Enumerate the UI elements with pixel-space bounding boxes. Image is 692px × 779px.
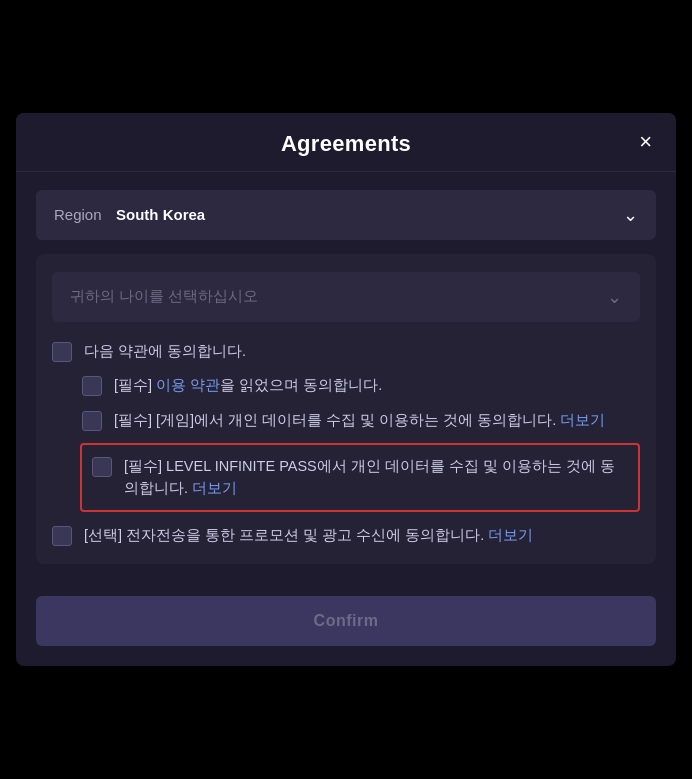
checkbox-group: 다음 약관에 동의합니다. [필수] 이용 약관을 읽었으며 동의합니다. [ — [52, 340, 640, 547]
item1-prefix: [필수] — [114, 377, 156, 393]
modal-title: Agreements — [281, 131, 411, 157]
item2-link[interactable]: 더보기 — [560, 412, 605, 428]
item1-checkbox[interactable] — [82, 376, 102, 396]
region-row: Region South Korea — [54, 206, 205, 224]
modal-footer: Confirm — [16, 582, 676, 666]
region-dropdown[interactable]: Region South Korea ⌄ — [36, 190, 656, 240]
item1-row: [필수] 이용 약관을 읽었으며 동의합니다. — [52, 374, 640, 396]
item1-link[interactable]: 이용 약관 — [156, 377, 220, 393]
close-button[interactable]: × — [633, 129, 658, 155]
agreements-modal: Agreements × Region South Korea ⌄ 귀하의 나이… — [16, 113, 676, 667]
age-placeholder: 귀하의 나이를 선택하십시오 — [70, 287, 258, 306]
item4-checkbox[interactable] — [52, 526, 72, 546]
region-value: South Korea — [116, 206, 205, 223]
modal-overlay: Agreements × Region South Korea ⌄ 귀하의 나이… — [0, 0, 692, 779]
item3-row-highlighted: [필수] LEVEL INFINITE PASS에서 개인 데이터를 수집 및 … — [80, 443, 640, 512]
main-agree-row: 다음 약관에 동의합니다. — [52, 340, 640, 362]
age-dropdown[interactable]: 귀하의 나이를 선택하십시오 ⌄ — [52, 272, 640, 322]
inner-panel: 귀하의 나이를 선택하십시오 ⌄ 다음 약관에 동의합니다. [필수] 이용 약 — [36, 254, 656, 565]
item3-link[interactable]: 더보기 — [192, 480, 237, 496]
item3-checkbox[interactable] — [92, 457, 112, 477]
item1-suffix: 을 읽었으며 동의합니다. — [220, 377, 382, 393]
confirm-button[interactable]: Confirm — [36, 596, 656, 646]
item2-label: [필수] [게임]에서 개인 데이터를 수집 및 이용하는 것에 동의합니다. … — [114, 409, 605, 431]
modal-body: Region South Korea ⌄ 귀하의 나이를 선택하십시오 ⌄ — [16, 172, 676, 583]
item2-checkbox[interactable] — [82, 411, 102, 431]
main-agree-label: 다음 약관에 동의합니다. — [84, 340, 246, 362]
chevron-down-icon: ⌄ — [623, 204, 638, 226]
main-agree-checkbox[interactable] — [52, 342, 72, 362]
item4-row: [선택] 전자전송을 통한 프로모션 및 광고 수신에 동의합니다. 더보기 — [52, 524, 640, 546]
item3-label: [필수] LEVEL INFINITE PASS에서 개인 데이터를 수집 및 … — [124, 455, 628, 500]
region-label: Region — [54, 206, 102, 223]
age-chevron-icon: ⌄ — [607, 286, 622, 308]
item1-label: [필수] 이용 약관을 읽었으며 동의합니다. — [114, 374, 382, 396]
item4-link[interactable]: 더보기 — [488, 527, 533, 543]
item4-label: [선택] 전자전송을 통한 프로모션 및 광고 수신에 동의합니다. 더보기 — [84, 524, 533, 546]
modal-header: Agreements × — [16, 113, 676, 172]
item2-row: [필수] [게임]에서 개인 데이터를 수집 및 이용하는 것에 동의합니다. … — [52, 409, 640, 431]
